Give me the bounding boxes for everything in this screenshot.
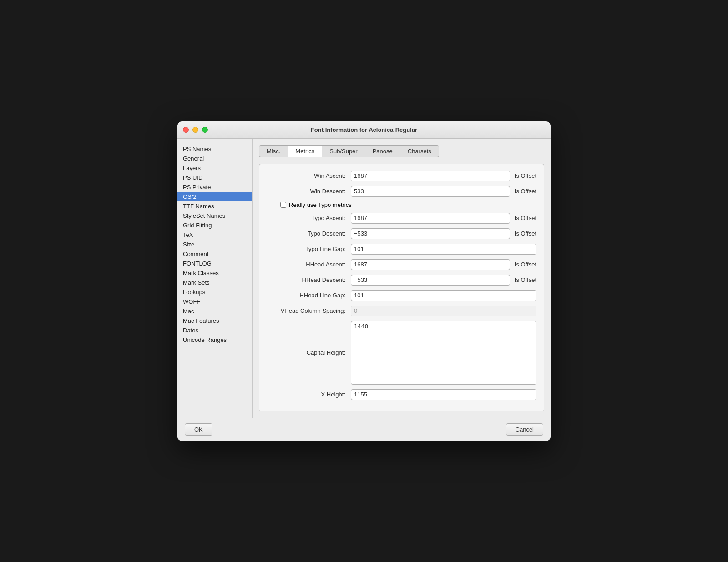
form-row-vhead-column-spacing: VHead Column Spacing:	[267, 306, 536, 316]
x-height-label: X Height:	[267, 391, 351, 398]
form-row-typo-line-gap: Typo Line Gap:	[267, 244, 536, 255]
sidebar-item-ps-uid[interactable]: PS UID	[177, 173, 252, 182]
tab-misc[interactable]: Misc.	[259, 145, 288, 157]
form-area: Win Ascent:Is OffsetWin Descent:Is Offse…	[259, 164, 544, 411]
sidebar-item-comment[interactable]: Comment	[177, 249, 252, 259]
typo-ascent-wrapper	[351, 213, 510, 224]
typo-line-gap-label: Typo Line Gap:	[267, 246, 351, 252]
window-body: PS NamesGeneralLayersPS UIDPS PrivateOS/…	[177, 139, 551, 418]
win-ascent-is-offset: Is Offset	[515, 172, 536, 179]
sidebar-item-size[interactable]: Size	[177, 240, 252, 249]
form-row-hhead-descent: HHead Descent:Is Offset	[267, 275, 536, 286]
really-use-typo-label: Really use Typo metrics	[289, 201, 352, 208]
typo-descent-input[interactable]	[351, 228, 510, 239]
win-descent-is-offset: Is Offset	[515, 188, 536, 195]
hhead-ascent-input[interactable]	[351, 259, 510, 270]
win-descent-wrapper	[351, 186, 510, 197]
vhead-column-spacing-label: VHead Column Spacing:	[267, 307, 351, 314]
form-row-x-height: X Height:	[267, 389, 536, 400]
sidebar-item-unicode-ranges[interactable]: Unicode Ranges	[177, 335, 252, 345]
tabs: Misc.MetricsSub/SuperPanoseCharsets	[259, 145, 544, 157]
sidebar-item-layers[interactable]: Layers	[177, 163, 252, 173]
x-height-input[interactable]	[351, 389, 536, 400]
checkbox-row-really-use-typo: Really use Typo metrics	[267, 201, 536, 208]
typo-descent-is-offset: Is Offset	[515, 230, 536, 237]
win-descent-input[interactable]	[351, 186, 510, 197]
hhead-descent-input[interactable]	[351, 275, 510, 286]
sidebar-item-tex[interactable]: TeX	[177, 230, 252, 240]
capital-height-wrapper	[351, 321, 536, 385]
main-window: Font Information for Aclonica-Regular PS…	[177, 121, 551, 441]
hhead-descent-wrapper	[351, 275, 510, 286]
capital-height-input[interactable]	[351, 321, 536, 385]
minimize-button[interactable]	[192, 127, 198, 133]
ok-button[interactable]: OK	[185, 423, 212, 436]
hhead-line-gap-wrapper	[351, 290, 536, 301]
form-row-win-ascent: Win Ascent:Is Offset	[267, 171, 536, 181]
hhead-line-gap-input[interactable]	[351, 290, 536, 301]
sidebar-item-mac-features[interactable]: Mac Features	[177, 316, 252, 326]
titlebar: Font Information for Aclonica-Regular	[177, 121, 551, 139]
tab-metrics[interactable]: Metrics	[288, 145, 322, 157]
x-height-wrapper	[351, 389, 536, 400]
close-button[interactable]	[183, 127, 189, 133]
hhead-descent-label: HHead Descent:	[267, 276, 351, 283]
sidebar-item-ttf-names[interactable]: TTF Names	[177, 201, 252, 211]
win-ascent-input[interactable]	[351, 171, 510, 181]
sidebar-item-mark-classes[interactable]: Mark Classes	[177, 268, 252, 278]
form-row-win-descent: Win Descent:Is Offset	[267, 186, 536, 197]
hhead-descent-is-offset: Is Offset	[515, 276, 536, 283]
traffic-lights	[183, 127, 208, 133]
sidebar-item-general[interactable]: General	[177, 154, 252, 163]
sidebar-item-styleset-names[interactable]: StyleSet Names	[177, 211, 252, 221]
form-row-typo-ascent: Typo Ascent:Is Offset	[267, 213, 536, 224]
sidebar-item-ps-names[interactable]: PS Names	[177, 144, 252, 154]
tab-panose[interactable]: Panose	[365, 145, 400, 157]
hhead-ascent-wrapper	[351, 259, 510, 270]
typo-ascent-input[interactable]	[351, 213, 510, 224]
typo-line-gap-input[interactable]	[351, 244, 536, 255]
typo-descent-label: Typo Descent:	[267, 230, 351, 237]
hhead-ascent-label: HHead Ascent:	[267, 261, 351, 268]
typo-ascent-is-offset: Is Offset	[515, 215, 536, 221]
form-row-hhead-line-gap: HHead Line Gap:	[267, 290, 536, 301]
sidebar-item-mac[interactable]: Mac	[177, 306, 252, 316]
tab-charsets[interactable]: Charsets	[400, 145, 439, 157]
sidebar-item-ps-private[interactable]: PS Private	[177, 182, 252, 192]
sidebar-item-grid-fitting[interactable]: Grid Fitting	[177, 221, 252, 230]
typo-descent-wrapper	[351, 228, 510, 239]
vhead-column-spacing-input	[351, 306, 536, 316]
sidebar-item-dates[interactable]: Dates	[177, 326, 252, 335]
win-ascent-wrapper	[351, 171, 510, 181]
win-ascent-label: Win Ascent:	[267, 172, 351, 179]
typo-line-gap-wrapper	[351, 244, 536, 255]
vhead-column-spacing-wrapper	[351, 306, 536, 316]
really-use-typo-checkbox[interactable]	[280, 202, 286, 208]
hhead-ascent-is-offset: Is Offset	[515, 261, 536, 268]
typo-ascent-label: Typo Ascent:	[267, 215, 351, 221]
cancel-button[interactable]: Cancel	[506, 423, 543, 436]
hhead-line-gap-label: HHead Line Gap:	[267, 292, 351, 299]
form-row-hhead-ascent: HHead Ascent:Is Offset	[267, 259, 536, 270]
tab-subsuper[interactable]: Sub/Super	[322, 145, 365, 157]
form-row-capital-height: Capital Height:	[267, 321, 536, 385]
sidebar-item-lookups[interactable]: Lookups	[177, 287, 252, 297]
footer: OK Cancel	[177, 418, 551, 441]
sidebar-item-mark-sets[interactable]: Mark Sets	[177, 278, 252, 287]
form-row-typo-descent: Typo Descent:Is Offset	[267, 228, 536, 239]
sidebar: PS NamesGeneralLayersPS UIDPS PrivateOS/…	[177, 139, 253, 418]
main-content: Misc.MetricsSub/SuperPanoseCharsets Win …	[253, 139, 551, 418]
capital-height-label: Capital Height:	[267, 349, 351, 356]
sidebar-item-fontlog[interactable]: FONTLOG	[177, 259, 252, 268]
sidebar-item-woff[interactable]: WOFF	[177, 297, 252, 306]
sidebar-item-os2[interactable]: OS/2	[177, 192, 252, 201]
maximize-button[interactable]	[202, 127, 208, 133]
win-descent-label: Win Descent:	[267, 188, 351, 195]
window-title: Font Information for Aclonica-Regular	[311, 126, 417, 133]
